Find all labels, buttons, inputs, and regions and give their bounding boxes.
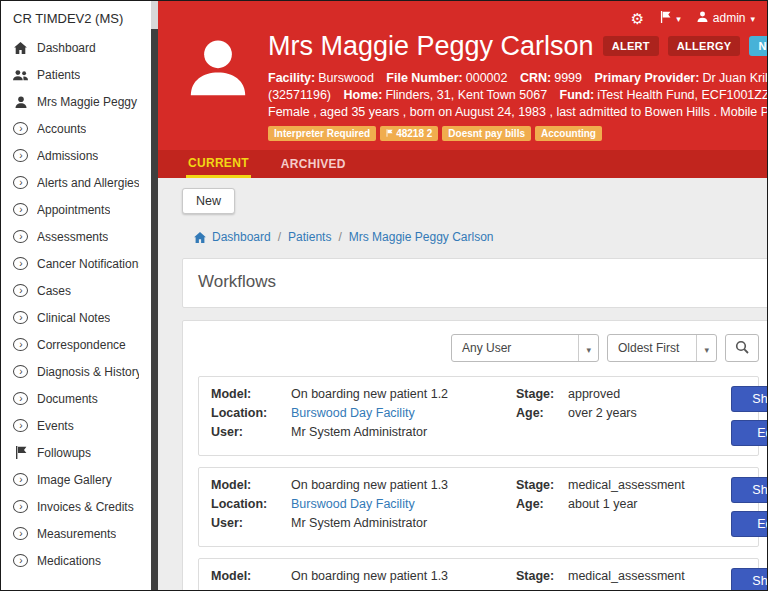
sidebar-scrollbar[interactable] bbox=[151, 1, 158, 590]
caret-down-icon bbox=[750, 11, 755, 25]
sidebar-item-label: Alerts and Allergies bbox=[37, 176, 139, 190]
caret-down-icon bbox=[578, 335, 598, 361]
stage-label: Stage: bbox=[516, 477, 568, 493]
age-value: about 1 year bbox=[568, 587, 731, 590]
sidebar-item-dashboard[interactable]: Dashboard bbox=[1, 34, 151, 61]
workflow-card: Model: On boarding new patient 1.3 Locat… bbox=[198, 467, 759, 547]
file-number-value: 000002 bbox=[466, 71, 508, 85]
sidebar-item-correspondence[interactable]: Correspondence bbox=[1, 331, 151, 358]
workflow-stage-fields: Stage: medical_assessment Age: about 1 y… bbox=[516, 477, 731, 512]
model-label: Model: bbox=[211, 386, 291, 402]
page-content: New Dashboard Patients Mrs Maggie Peggy … bbox=[158, 178, 767, 590]
tag-doesnt-pay-bills: Doesnt pay bills bbox=[442, 126, 531, 141]
sidebar-item-label: Patients bbox=[37, 68, 80, 82]
show-button[interactable]: Show bbox=[731, 568, 767, 590]
flag-icon bbox=[13, 446, 28, 459]
chevron-circle-icon bbox=[13, 527, 28, 540]
patient-info: Mrs Maggie Peggy Carlson ALERT ALLERGY N… bbox=[268, 30, 767, 141]
sidebar-item-diagnosis-history[interactable]: Diagnosis & History bbox=[1, 358, 151, 385]
sidebar-item-cancer-notifications[interactable]: Cancer Notifications bbox=[1, 250, 151, 277]
sidebar-item-medications[interactable]: Medications bbox=[1, 547, 151, 574]
tab-current[interactable]: CURRENT bbox=[186, 150, 251, 178]
patient-info-line-3: Female , aged 35 years , born on August … bbox=[268, 104, 767, 121]
model-value: On boarding new patient 1.3 bbox=[291, 568, 516, 584]
sidebar-item-accounts[interactable]: Accounts bbox=[1, 115, 151, 142]
workflow-card: Model: On boarding new patient 1.2 Locat… bbox=[198, 376, 759, 456]
chevron-circle-icon bbox=[13, 203, 28, 216]
stage-value: medical_assessment bbox=[568, 568, 731, 584]
location-label: Location: bbox=[211, 405, 291, 421]
home-value: Flinders, 31, Kent Town 5067 bbox=[385, 88, 547, 102]
caret-down-icon bbox=[696, 335, 716, 361]
admin-label: admin bbox=[713, 11, 746, 25]
workflows-title-panel: Workflows bbox=[182, 258, 767, 308]
sidebar-item-cases[interactable]: Cases bbox=[1, 277, 151, 304]
allergy-badge[interactable]: ALLERGY bbox=[668, 36, 741, 56]
scrollbar-thumb[interactable] bbox=[151, 29, 158, 590]
main-area: ⚙ admin Mrs Maggie Peggy Carlson bbox=[158, 1, 767, 590]
chevron-circle-icon bbox=[13, 392, 28, 405]
workflow-actions: Show Edit bbox=[731, 477, 767, 537]
chevron-circle-icon bbox=[13, 122, 28, 135]
user-icon bbox=[697, 11, 708, 25]
sidebar-item-alerts-allergies[interactable]: Alerts and Allergies bbox=[1, 169, 151, 196]
breadcrumb-dashboard[interactable]: Dashboard bbox=[212, 230, 271, 244]
admin-menu[interactable]: admin bbox=[697, 11, 755, 25]
age-label: Age: bbox=[516, 587, 568, 590]
sidebar-item-admissions[interactable]: Admissions bbox=[1, 142, 151, 169]
sidebar-item-label: Accounts bbox=[37, 122, 86, 136]
chevron-circle-icon bbox=[13, 149, 28, 162]
edit-button[interactable]: Edit bbox=[731, 420, 767, 446]
patient-info-line-2: (32571196) Home:Flinders, 31, Kent Town … bbox=[268, 87, 767, 104]
chevron-circle-icon bbox=[13, 257, 28, 270]
sidebar-item-label: Mrs Maggie Peggy Carlson bbox=[37, 95, 139, 109]
breadcrumb-patient-name[interactable]: Mrs Maggie Peggy Carlson bbox=[331, 230, 493, 244]
sidebar-item-label: Followups bbox=[37, 446, 91, 460]
sidebar-nav: Dashboard Patients Mrs Maggie Peggy Carl… bbox=[1, 34, 151, 574]
edit-button[interactable]: Edit bbox=[731, 511, 767, 537]
app-window: CR TIMDEV2 (MS) Dashboard Patients Mrs M… bbox=[0, 0, 768, 591]
sidebar-item-image-gallery[interactable]: Image Gallery bbox=[1, 466, 151, 493]
home-icon[interactable] bbox=[194, 232, 206, 243]
notice-badge[interactable]: NOTICE bbox=[749, 36, 768, 56]
new-button[interactable]: New bbox=[182, 188, 235, 214]
sidebar-item-label: Events bbox=[37, 419, 74, 433]
sidebar-item-clinical-notes[interactable]: Clinical Notes bbox=[1, 304, 151, 331]
sidebar-item-label: Measurements bbox=[37, 527, 116, 541]
age-label: Age: bbox=[516, 405, 568, 421]
alert-badge[interactable]: ALERT bbox=[603, 36, 659, 56]
location-link[interactable]: Burswood Day Facility bbox=[291, 496, 516, 512]
flag-menu[interactable] bbox=[660, 11, 681, 26]
sidebar-item-appointments[interactable]: Appointments bbox=[1, 196, 151, 223]
chevron-circle-icon bbox=[13, 284, 28, 297]
sidebar-item-assessments[interactable]: Assessments bbox=[1, 223, 151, 250]
home-label: Home: bbox=[344, 88, 383, 102]
show-button[interactable]: Show bbox=[731, 477, 767, 503]
patient-info-line-1: Facility:Burswood File Number:000002 CRN… bbox=[268, 70, 767, 87]
sidebar-item-patient-name[interactable]: Mrs Maggie Peggy Carlson bbox=[1, 88, 151, 115]
sidebar-item-followups[interactable]: Followups bbox=[1, 439, 151, 466]
settings-gear-icon[interactable]: ⚙ bbox=[631, 11, 644, 26]
primary-provider-value: Dr Juan Krill bbox=[702, 71, 768, 85]
sort-select[interactable]: Oldest First bbox=[607, 334, 717, 362]
sidebar-item-invoices-credits[interactable]: Invoices & Credits bbox=[1, 493, 151, 520]
sidebar-item-label: Diagnosis & History bbox=[37, 365, 139, 379]
header-topbar: ⚙ admin bbox=[158, 6, 767, 28]
location-link[interactable]: Burswood Day Facility bbox=[291, 587, 516, 590]
location-link[interactable]: Burswood Day Facility bbox=[291, 405, 516, 421]
sidebar-item-events[interactable]: Events bbox=[1, 412, 151, 439]
tag-accounting: Accounting bbox=[535, 126, 602, 141]
sidebar-item-documents[interactable]: Documents bbox=[1, 385, 151, 412]
workflow-main-fields: Model: On boarding new patient 1.2 Locat… bbox=[211, 386, 516, 440]
search-button[interactable] bbox=[725, 334, 759, 362]
tab-archived[interactable]: ARCHIVED bbox=[279, 150, 348, 178]
breadcrumb-patients[interactable]: Patients bbox=[271, 230, 332, 244]
sidebar-item-label: Dashboard bbox=[37, 41, 96, 55]
chevron-circle-icon bbox=[13, 338, 28, 351]
user-filter-select[interactable]: Any User bbox=[451, 334, 599, 362]
sidebar-item-measurements[interactable]: Measurements bbox=[1, 520, 151, 547]
sidebar-item-patients[interactable]: Patients bbox=[1, 61, 151, 88]
show-button[interactable]: Show bbox=[731, 386, 767, 412]
stage-value: approved bbox=[568, 386, 731, 402]
sidebar-item-label: Documents bbox=[37, 392, 98, 406]
